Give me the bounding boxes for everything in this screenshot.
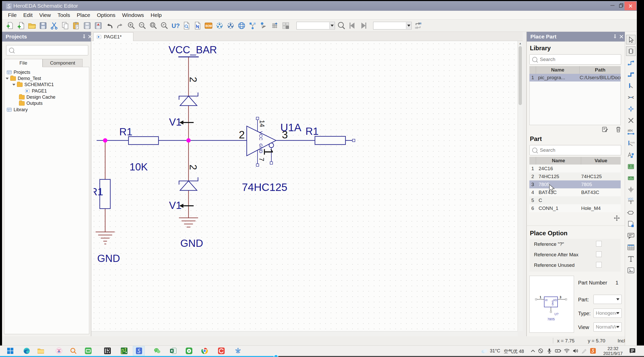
tree-item-design-cache[interactable]: Design Cache [19, 94, 55, 100]
bom-icon[interactable]: BOM [204, 21, 213, 30]
menu-place[interactable]: Place [73, 12, 94, 18]
zoom-combo[interactable] [296, 22, 335, 29]
net-label-tool-icon[interactable]: abc [626, 127, 636, 137]
zoom-combo-arrow[interactable] [329, 22, 335, 29]
document-tab-page1[interactable]: PAGE1* [93, 32, 133, 41]
ground-symbol-right[interactable] [179, 218, 198, 227]
action-center-icon[interactable] [628, 347, 637, 355]
library-col-name[interactable]: Name [536, 66, 580, 74]
export-pdf-icon[interactable] [93, 21, 103, 30]
net-manager-icon[interactable] [248, 21, 257, 30]
library-search-input[interactable] [539, 56, 621, 63]
snipping-app-icon[interactable] [55, 347, 63, 355]
chrome-icon[interactable] [201, 347, 209, 355]
delete-library-icon[interactable] [615, 126, 622, 133]
comment-tool-icon[interactable] [626, 231, 636, 240]
edit-library-icon[interactable] [602, 126, 608, 133]
zoom-all-icon[interactable] [160, 21, 169, 30]
tree-item-library[interactable]: Library [7, 107, 28, 113]
restore-button[interactable] [617, 1, 626, 10]
menu-options[interactable]: Options [94, 12, 119, 18]
close-button[interactable] [625, 2, 636, 10]
zoom-in-icon[interactable] [126, 21, 136, 30]
search-document-icon[interactable] [182, 21, 191, 30]
design-sync-icon[interactable] [226, 21, 235, 30]
tray-microphone-icon[interactable] [545, 347, 553, 355]
tray-wifi-icon[interactable] [563, 347, 571, 355]
tray-clock[interactable]: 22:32 2021/9/17 [600, 346, 626, 356]
page-combo[interactable] [373, 22, 412, 29]
menu-edit[interactable]: Edit [20, 12, 36, 18]
wire-tool-icon[interactable] [626, 58, 636, 67]
search-icon[interactable] [336, 21, 346, 30]
qc-app-icon[interactable] [84, 347, 92, 355]
horizontal-scrollbar[interactable]: ◀ ▶ [91, 331, 518, 337]
text-tool-icon[interactable] [626, 254, 636, 263]
resistor-r1-left[interactable]: R1 [94, 179, 110, 209]
image-tool-icon[interactable] [626, 266, 636, 275]
zoom-out-icon[interactable] [137, 21, 147, 30]
select-tool-icon[interactable] [626, 35, 636, 44]
part-row-6[interactable]: 6 CONN_1 Hole_M4 [529, 204, 621, 212]
pin-tool-icon[interactable] [626, 81, 636, 90]
chevron-expanded-icon[interactable] [6, 78, 9, 79]
pcb-app-icon[interactable] [120, 347, 128, 355]
refresh-icon[interactable] [413, 21, 423, 30]
pin-icon[interactable] [82, 34, 87, 39]
start-button-icon[interactable] [6, 347, 14, 355]
no-connect-tool-icon[interactable] [626, 116, 636, 125]
grid-icon[interactable] [270, 21, 280, 30]
tree-item-outputs[interactable]: Outputs [19, 100, 43, 106]
save-all-icon[interactable] [82, 21, 92, 30]
library-col-path[interactable]: Path [580, 66, 621, 74]
menu-tools[interactable]: Tools [54, 12, 73, 18]
power-flag-vcc-bar[interactable]: VCC_BAR [169, 44, 217, 57]
menu-file[interactable]: File [5, 12, 20, 18]
tree-item-demo-test[interactable]: Demo_Test [6, 75, 41, 81]
part-col-name[interactable]: Name [536, 157, 581, 165]
resistor-r1-top[interactable]: R1 10K [119, 126, 158, 172]
menu-help[interactable]: Help [147, 12, 165, 18]
part-col-value[interactable]: Value [581, 157, 621, 165]
tree-item-projects[interactable]: Projects [7, 69, 30, 75]
ground-tool-icon[interactable] [626, 185, 636, 194]
part-row-2[interactable]: 2 74HC125 74HC125 [529, 172, 621, 180]
minimize-button[interactable] [608, 1, 617, 10]
pin-icon[interactable] [612, 34, 618, 39]
vertical-scroll-thumb[interactable] [519, 46, 522, 105]
tab-component[interactable]: Component [43, 59, 83, 67]
hierarchical-block-tool-icon[interactable] [626, 219, 636, 229]
menu-windows[interactable]: Windows [119, 12, 147, 18]
h-app-icon[interactable] [103, 347, 112, 355]
edge-icon[interactable] [23, 347, 31, 355]
page-previous-icon[interactable] [348, 21, 357, 30]
open-icon[interactable] [27, 21, 37, 30]
zoom-window-icon[interactable] [148, 21, 158, 30]
design-check-icon[interactable] [215, 21, 224, 30]
window-layout-icon[interactable] [281, 21, 291, 30]
tray-weather-air[interactable]: 空气优 48 [504, 348, 524, 354]
tray-app-s-icon[interactable] [589, 347, 597, 355]
tab-file[interactable]: File [4, 59, 43, 67]
rename-document-icon[interactable] [193, 21, 202, 30]
port-tool-icon[interactable] [626, 208, 636, 217]
page-combo-arrow[interactable] [406, 22, 411, 29]
probe-icon[interactable] [259, 21, 269, 30]
page-next-icon[interactable] [359, 21, 368, 30]
option-reference-q-checkbox[interactable] [596, 241, 602, 247]
bus-entry-tool-icon[interactable] [626, 93, 636, 102]
paste-icon[interactable] [71, 21, 81, 30]
part-row-1[interactable]: 1 24C16 [529, 165, 621, 172]
c-app-icon[interactable] [217, 347, 225, 355]
web-icon[interactable] [237, 21, 246, 30]
new-project-icon[interactable] [5, 21, 15, 30]
junction-dot[interactable] [103, 138, 107, 143]
file-explorer-icon[interactable] [37, 347, 45, 355]
projects-search[interactable] [6, 45, 88, 55]
chevron-expanded-icon[interactable] [12, 84, 15, 86]
table-tool-icon[interactable] [626, 242, 636, 252]
projects-search-input[interactable] [16, 47, 88, 53]
tree-item-schematic1[interactable]: SCHEMATIC1 [12, 81, 54, 88]
redo-icon[interactable] [115, 21, 125, 30]
undo-icon[interactable] [104, 21, 114, 30]
